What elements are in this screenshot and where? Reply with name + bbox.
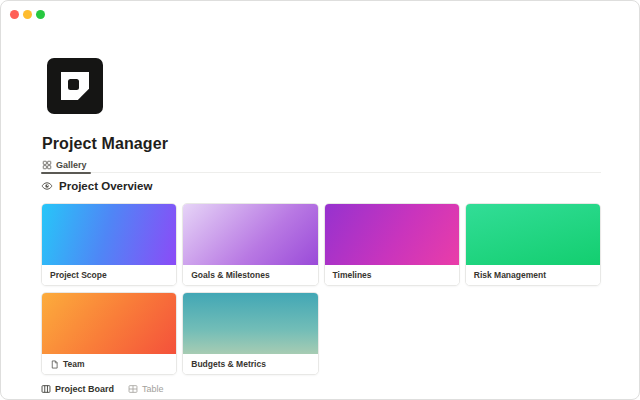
table-icon: [128, 384, 138, 394]
card-title: Risk Management: [474, 270, 546, 280]
gallery-card-project-scope[interactable]: Project Scope: [41, 203, 177, 286]
zoom-button[interactable]: [36, 10, 45, 19]
close-button[interactable]: [10, 10, 19, 19]
overview-heading-text: Project Overview: [59, 180, 152, 192]
card-title: Project Scope: [50, 270, 107, 280]
window-controls: [10, 10, 45, 19]
card-label-row: Risk Management: [466, 265, 600, 285]
gallery-card-budgets-metrics[interactable]: Budgets & Metrics: [182, 292, 318, 375]
card-label-row: Goals & Milestones: [183, 265, 317, 285]
gallery-card-timelines[interactable]: Timelines: [324, 203, 460, 286]
project-board-section: Project Board Table: [41, 384, 164, 394]
page-title: Project Manager: [42, 135, 168, 153]
card-title: Goals & Milestones: [191, 270, 269, 280]
tab-gallery-label: Gallery: [56, 160, 87, 170]
gallery-card-risk-management[interactable]: Risk Management: [465, 203, 601, 286]
card-label-row: Budgets & Metrics: [183, 354, 317, 374]
table-view-label: Table: [142, 384, 164, 394]
eye-icon: [41, 180, 53, 192]
gallery-card-team[interactable]: Team: [41, 292, 177, 375]
card-cover: [42, 204, 176, 265]
card-title: Team: [63, 359, 85, 369]
view-tab-bar: Gallery: [41, 157, 601, 173]
logo-glyph: [61, 72, 89, 100]
card-title: Budgets & Metrics: [191, 359, 266, 369]
card-cover: [466, 204, 600, 265]
tab-gallery[interactable]: Gallery: [41, 157, 91, 173]
card-title: Timelines: [333, 270, 372, 280]
project-board-heading[interactable]: Project Board: [41, 384, 114, 394]
card-label-row: Team: [42, 354, 176, 374]
card-cover: [325, 204, 459, 265]
grid-gallery-icon: [42, 160, 52, 170]
logo-inner-square: [68, 79, 79, 90]
tab-table[interactable]: Table: [128, 384, 164, 394]
page-icon: [50, 360, 59, 369]
overview-section-heading[interactable]: Project Overview: [41, 180, 152, 192]
project-board-label: Project Board: [55, 384, 114, 394]
minimize-button[interactable]: [23, 10, 32, 19]
card-cover: [42, 293, 176, 354]
card-cover: [183, 204, 317, 265]
gallery-card-goals-milestones[interactable]: Goals & Milestones: [182, 203, 318, 286]
card-label-row: Timelines: [325, 265, 459, 285]
card-label-row: Project Scope: [42, 265, 176, 285]
board-icon: [41, 384, 51, 394]
card-cover: [183, 293, 317, 354]
page-logo[interactable]: [47, 58, 103, 114]
gallery-grid: Project Scope Goals & Milestones Timelin…: [41, 203, 601, 375]
